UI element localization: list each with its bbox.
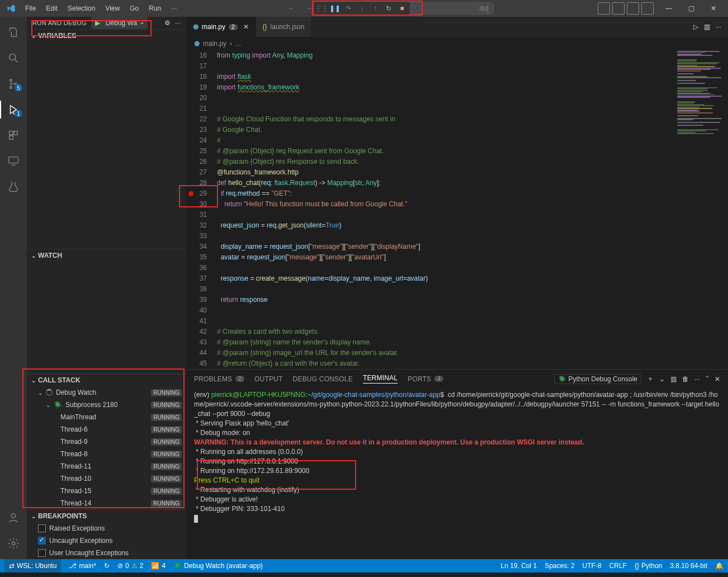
debug-pause-icon[interactable]: ❚❚ [329, 3, 341, 14]
sb-eol[interactable]: CRLF [609, 562, 627, 570]
checkbox[interactable] [38, 524, 46, 532]
kill-terminal-icon[interactable]: 🗑 [682, 375, 689, 383]
sb-lncol[interactable]: Ln 19, Col 1 [500, 562, 537, 570]
debug-toolbar[interactable]: ⋮⋮ ❚❚ ↷ ↓ ↑ ↻ ■ [313, 1, 410, 16]
layout-custom-icon[interactable] [641, 2, 654, 15]
cs-thread[interactable]: Thread-15RUNNING [27, 485, 186, 497]
ab-testing-icon[interactable] [0, 176, 27, 198]
cs-subprocess[interactable]: ⌄🪲Subprocess 2180 RUNNING [27, 399, 186, 411]
ptab-output[interactable]: OUTPUT [254, 375, 283, 383]
run-editor-icon[interactable]: ▷ [693, 23, 698, 31]
layout-left-icon[interactable] [598, 2, 610, 15]
ab-explorer-icon[interactable] [0, 21, 27, 44]
debug-stop-icon[interactable]: ■ [396, 3, 408, 14]
menu-edit[interactable]: Edit [42, 2, 62, 15]
sb-language[interactable]: {}Python [635, 562, 662, 570]
breadcrumb[interactable]: ⬣ main.py › ... [186, 37, 728, 50]
python-file-icon: ⬣ [194, 40, 200, 48]
ab-source-control-icon[interactable]: 5 [0, 73, 27, 95]
debug-step-out-icon[interactable]: ↑ [370, 3, 381, 14]
cs-thread[interactable]: Thread-10RUNNING [27, 472, 186, 485]
ptab-ports[interactable]: PORTS4 [408, 375, 443, 383]
debug-settings-icon[interactable]: ⚙ [164, 19, 171, 27]
cs-thread[interactable]: Thread-9RUNNING [27, 436, 186, 448]
tab-launch-json[interactable]: {} launch.json [256, 17, 312, 37]
sidebar-header: RUN AND DEBUG ▶ Debug Wa ⚙ ··· [27, 17, 186, 29]
menu-file[interactable]: File [21, 2, 40, 15]
split-editor-icon[interactable]: ▥ [704, 23, 710, 31]
sb-debug-name[interactable]: 🪲Debug Watch (avatar-app) [173, 562, 263, 570]
checkbox[interactable] [38, 537, 46, 545]
debug-config-name[interactable]: Debug Wa [103, 19, 147, 27]
sb-sync[interactable]: ↻ [104, 562, 110, 570]
debug-step-over-icon[interactable]: ↷ [343, 3, 354, 14]
debug-config-selector[interactable]: ▶ Debug Wa [91, 17, 148, 29]
minimap[interactable] [675, 50, 728, 369]
terminal-body[interactable]: (env) pierrick@LAPTOP-HKU5PNNG:~/git/goo… [186, 388, 728, 559]
cs-thread[interactable]: Thread-6RUNNING [27, 423, 186, 436]
python-file-icon: ⬣ [193, 23, 198, 31]
window-minimize-icon[interactable]: — [659, 1, 679, 16]
panel-more-icon[interactable]: ··· [694, 375, 700, 383]
bp-raised[interactable]: Raised Exceptions [27, 522, 186, 535]
svg-point-10 [12, 542, 15, 545]
menu-view[interactable]: View [101, 2, 124, 15]
sb-branch[interactable]: ⎇main* [69, 562, 96, 570]
checkbox[interactable] [38, 549, 46, 557]
svg-point-0 [10, 54, 16, 60]
layout-controls [597, 2, 654, 15]
debug-drag-handle-icon[interactable]: ⋮⋮ [316, 3, 327, 14]
terminal-dropdown-icon[interactable]: ⌄ [659, 375, 665, 383]
menu-more[interactable]: ··· [167, 2, 181, 15]
ab-accounts-icon[interactable] [0, 507, 27, 529]
editor-more-icon[interactable]: ··· [716, 23, 721, 31]
layout-right-icon[interactable] [627, 2, 639, 15]
split-terminal-icon[interactable]: ▥ [670, 375, 677, 383]
start-debug-icon[interactable]: ▶ [92, 19, 103, 27]
ab-run-debug-icon[interactable]: 1 [0, 98, 27, 121]
sidebar-more-icon[interactable]: ··· [175, 19, 181, 27]
window-maximize-icon[interactable]: ▢ [681, 1, 701, 16]
tab-main-py[interactable]: ⬣ main.py 2 ✕ [186, 17, 256, 37]
sb-notifications-icon[interactable]: 🔔 [715, 562, 724, 570]
nav-back-icon[interactable]: ← [285, 3, 298, 13]
section-variables-header[interactable]: ⌄VARIABLES [27, 30, 186, 42]
cs-root[interactable]: ⌄Debug Watch RUNNING [27, 386, 186, 399]
sb-remote[interactable]: ⇄WSL: Ubuntu [4, 559, 61, 573]
sb-encoding[interactable]: UTF-8 [583, 562, 602, 570]
cs-thread[interactable]: MainThreadRUNNING [27, 411, 186, 423]
json-file-icon: {} [263, 23, 267, 31]
menu-selection[interactable]: Selection [64, 2, 99, 15]
close-tab-icon[interactable]: ✕ [243, 23, 249, 31]
bp-user-uncaught[interactable]: User Uncaught Exceptions [27, 547, 186, 559]
sb-python-interp[interactable]: 3.8.10 64-bit [670, 562, 707, 570]
ab-remote-explorer-icon[interactable] [0, 150, 27, 172]
ptab-problems[interactable]: PROBLEMS2 [194, 375, 244, 383]
bp-uncaught[interactable]: Uncaught Exceptions [27, 535, 186, 547]
section-callstack-header[interactable]: ⌄CALL STACK [27, 374, 186, 386]
debug-step-into-icon[interactable]: ↓ [356, 3, 367, 14]
sb-spaces[interactable]: Spaces: 2 [545, 562, 574, 570]
section-watch-header[interactable]: ⌄WATCH [27, 249, 186, 262]
terminal-selector[interactable]: 🪲Python Debug Console [554, 374, 641, 384]
section-breakpoints-header[interactable]: ⌄BREAKPOINTS [27, 510, 186, 522]
sb-ports[interactable]: 📶4 [151, 562, 166, 570]
cs-thread[interactable]: Thread-14RUNNING [27, 497, 186, 509]
window-close-icon[interactable]: ✕ [703, 1, 724, 16]
layout-bottom-icon[interactable] [612, 2, 625, 15]
ab-settings-icon[interactable] [0, 532, 27, 555]
menu-run[interactable]: Run [145, 2, 165, 15]
debug-restart-icon[interactable]: ↻ [383, 3, 394, 14]
ptab-terminal[interactable]: TERMINAL [363, 374, 398, 384]
cs-thread[interactable]: Thread-8RUNNING [27, 448, 186, 460]
panel-close-icon[interactable]: ✕ [715, 375, 720, 383]
sb-problems[interactable]: ⊘0⚠2 [117, 562, 143, 570]
ab-extensions-icon[interactable] [0, 124, 27, 146]
new-terminal-icon[interactable]: ＋ [647, 374, 654, 384]
panel-maximize-icon[interactable]: ˄ [706, 375, 709, 383]
cs-thread[interactable]: Thread-11RUNNING [27, 460, 186, 472]
ptab-debug-console[interactable]: DEBUG CONSOLE [293, 375, 353, 383]
ab-search-icon[interactable] [0, 47, 27, 69]
code-editor[interactable]: 1617181920212223242526272829303132333435… [186, 50, 728, 369]
menu-go[interactable]: Go [126, 2, 143, 15]
